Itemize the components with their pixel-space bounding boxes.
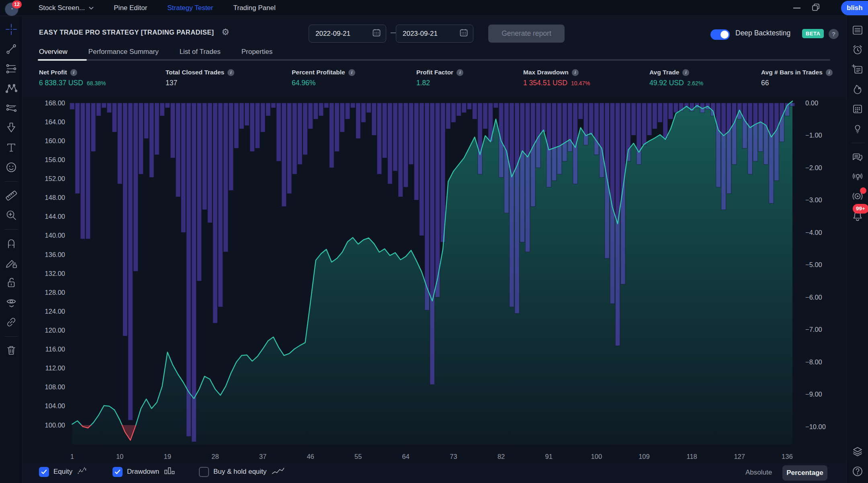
tabs-scroll-track[interactable] <box>38 59 830 61</box>
active-tab-indicator <box>38 59 87 61</box>
percentage-mode-button[interactable]: Percentage <box>782 465 827 481</box>
trend-line-icon[interactable] <box>3 41 19 57</box>
report-tabs: OverviewPerformance SummaryList of Trade… <box>39 48 272 56</box>
crosshair-icon[interactable] <box>3 21 19 37</box>
info-icon[interactable]: i <box>682 69 689 76</box>
stat-value: 49.92 USD <box>649 79 684 87</box>
publish-button[interactable]: blish <box>841 1 868 15</box>
svg-text:156.00: 156.00 <box>45 156 65 163</box>
chat-bubbles-icon[interactable] <box>850 149 866 165</box>
notes-add-icon[interactable] <box>850 62 866 78</box>
strategy-chart[interactable]: 168.00164.00160.00156.00152.00148.00144.… <box>23 98 846 463</box>
menu-item-stock-screen[interactable]: Stock Screen... <box>39 4 94 12</box>
tab-properties[interactable]: Properties <box>242 48 272 56</box>
svg-text:124.00: 124.00 <box>45 308 65 315</box>
info-icon[interactable]: i <box>826 69 833 76</box>
svg-text:136.00: 136.00 <box>45 251 65 258</box>
info-icon[interactable]: i <box>348 69 355 76</box>
svg-text:−6.00: −6.00 <box>805 294 822 301</box>
menu-item-strategy-tester[interactable]: Strategy Tester <box>167 4 213 12</box>
idea-broadcast-icon[interactable] <box>850 169 866 185</box>
toggle-knob <box>721 31 729 39</box>
stat-subvalue: 68.38% <box>87 80 106 86</box>
notification-count-badge: 12 <box>12 0 22 8</box>
object-tree-layers-icon[interactable] <box>850 444 866 460</box>
drawdown-bars-icon <box>164 466 176 478</box>
deep-backtesting-toggle[interactable] <box>710 29 730 40</box>
svg-text:148.00: 148.00 <box>45 194 65 201</box>
strategy-settings-gear-icon[interactable]: ⚙ <box>219 26 231 38</box>
svg-text:118: 118 <box>686 453 697 460</box>
calendar-icon[interactable] <box>372 28 381 39</box>
tab-overview[interactable]: Overview <box>39 48 68 56</box>
menu-item-trading-panel[interactable]: Trading Panel <box>233 4 275 12</box>
stat-value: 64.96% <box>292 79 315 87</box>
absolute-mode-button[interactable]: Absolute <box>745 469 772 477</box>
info-icon[interactable]: i <box>457 69 463 76</box>
date-to-input[interactable]: 2023-09-21 <box>396 25 473 43</box>
restore-icon[interactable] <box>812 3 820 13</box>
calendar-icon[interactable] <box>459 28 468 39</box>
xabcd-pattern-icon[interactable] <box>3 80 19 97</box>
svg-text:100: 100 <box>591 453 602 460</box>
unlock-icon[interactable] <box>3 275 19 291</box>
help-circle-icon[interactable] <box>850 463 866 479</box>
notifications-bell-icon[interactable]: 99+ <box>850 208 866 224</box>
text-tool-icon[interactable] <box>3 140 19 156</box>
buy-hold-equity-checkbox[interactable] <box>199 467 209 477</box>
date-from-input[interactable]: 2022-09-21 <box>309 25 386 43</box>
edit-unlock-icon[interactable] <box>3 255 19 271</box>
stat-label: Profit Factor <box>416 69 453 76</box>
idea-bulb-icon[interactable] <box>850 121 866 137</box>
drawdown-checkbox[interactable] <box>113 467 123 477</box>
minimize-icon[interactable] <box>793 8 800 8</box>
unread-dot-badge <box>860 187 866 194</box>
equity-checkbox[interactable] <box>39 467 49 477</box>
link-icon[interactable] <box>3 314 19 330</box>
magnet-icon[interactable] <box>3 235 19 251</box>
svg-text:64: 64 <box>402 453 409 460</box>
help-icon[interactable]: ? <box>829 29 839 39</box>
svg-text:37: 37 <box>259 453 266 460</box>
fib-lines-icon[interactable] <box>3 61 19 77</box>
right-toolbar: 99+ <box>846 16 868 483</box>
svg-text:55: 55 <box>354 453 362 460</box>
svg-text:−3.00: −3.00 <box>805 196 822 203</box>
info-icon[interactable]: i <box>227 69 234 76</box>
svg-text:−9.00: −9.00 <box>805 391 822 398</box>
alert-clock-icon[interactable] <box>850 42 866 58</box>
stat-subvalue: 2.62% <box>688 80 704 86</box>
trash-icon[interactable] <box>3 342 19 358</box>
generate-report-button[interactable]: Generate report <box>488 25 565 43</box>
svg-text:112.00: 112.00 <box>45 364 65 372</box>
stat-label: Percent Profitable <box>292 69 345 76</box>
info-icon[interactable]: i <box>70 69 77 76</box>
stat-label: Total Closed Trades <box>166 69 224 76</box>
projection-icon[interactable] <box>3 100 19 116</box>
hide-drawings-icon[interactable] <box>3 294 19 310</box>
zoom-in-icon[interactable] <box>3 207 19 223</box>
hotlist-flame-icon[interactable] <box>850 81 866 97</box>
stat-value: 1.82 <box>416 79 430 87</box>
svg-text:152.00: 152.00 <box>45 175 65 182</box>
stat-value: 6 838.37 USD <box>39 79 83 87</box>
toolbar-divider <box>851 143 864 143</box>
legend-item-drawdown: Drawdown <box>113 466 176 478</box>
svg-text:1: 1 <box>70 453 74 460</box>
calendar-grid-icon[interactable] <box>850 101 866 117</box>
emoji-icon[interactable] <box>3 159 19 175</box>
arrow-marker-icon[interactable] <box>3 120 19 136</box>
tab-performance-summary[interactable]: Performance Summary <box>88 48 159 56</box>
menu-item-pine-editor[interactable]: Pine Editor <box>114 4 147 12</box>
live-streams-icon[interactable] <box>850 188 866 204</box>
svg-text:−5.00: −5.00 <box>805 261 822 268</box>
ruler-icon[interactable] <box>3 187 19 203</box>
svg-text:10: 10 <box>116 453 123 460</box>
info-icon[interactable]: i <box>572 69 579 76</box>
stat-total-closed-trades: Total Closed Tradesi137 <box>166 69 234 87</box>
watchlist-icon[interactable] <box>850 22 866 38</box>
svg-text:28: 28 <box>211 453 219 460</box>
svg-text:100.00: 100.00 <box>45 421 65 429</box>
svg-text:−10.00: −10.00 <box>805 423 826 430</box>
tab-list-of-trades[interactable]: List of Trades <box>180 48 221 56</box>
